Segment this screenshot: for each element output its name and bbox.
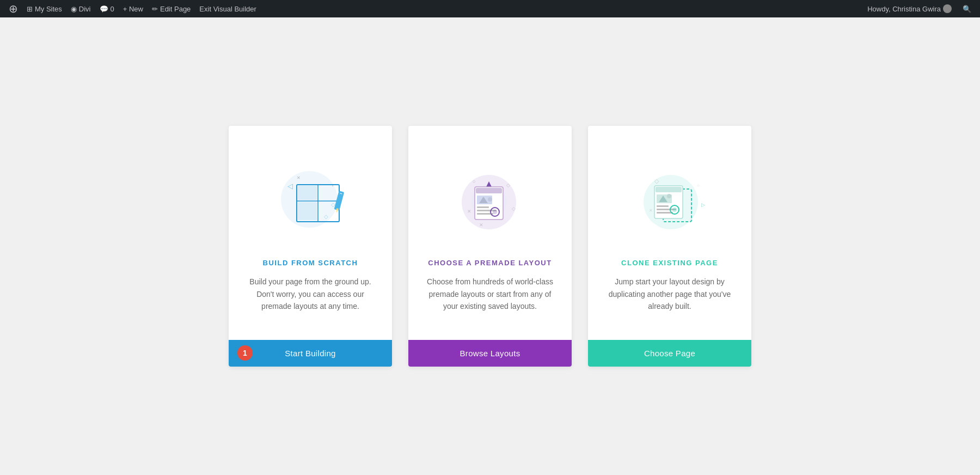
admin-bar: ⊕ ⊞ My Sites ◉ Divi 💬 0 + New ✏ Edit Pag… <box>0 0 980 17</box>
svg-text:◇: ◇ <box>324 214 328 220</box>
edit-icon: ✏ <box>152 5 158 13</box>
scratch-illustration: ◁ ◇ ✕ • ◇ <box>261 148 359 246</box>
edit-page-item[interactable]: ✏ Edit Page <box>148 0 195 17</box>
svg-text:▷: ▷ <box>701 202 705 208</box>
browse-layouts-button[interactable]: Browse Layouts <box>408 340 572 367</box>
svg-text:✕: ✕ <box>649 208 653 213</box>
clone-desc: Jump start your layout design by duplica… <box>604 276 735 312</box>
card-scratch-body: ◁ ◇ ✕ • ◇ <box>229 126 392 339</box>
svg-point-29 <box>493 210 497 214</box>
clone-title: CLONE EXISTING PAGE <box>621 259 718 267</box>
scratch-desc: Build your page from the ground up. Don'… <box>245 276 376 312</box>
svg-rect-10 <box>298 186 317 200</box>
svg-point-24 <box>488 197 492 202</box>
svg-text:✕: ✕ <box>297 175 301 180</box>
start-building-label: Start Building <box>285 349 335 358</box>
comments-item[interactable]: 💬 0 <box>95 0 119 17</box>
svg-rect-9 <box>298 202 317 220</box>
exit-builder-item[interactable]: Exit Visual Builder <box>195 0 261 17</box>
exit-builder-label: Exit Visual Builder <box>199 5 256 13</box>
divi-icon: ◉ <box>71 5 77 13</box>
svg-rect-43 <box>657 205 669 207</box>
divi-item[interactable]: ◉ Divi <box>66 0 95 17</box>
edit-page-label: Edit Page <box>160 5 191 13</box>
cards-container: ◁ ◇ ✕ • ◇ <box>218 126 762 366</box>
greeting-text: Howdy, Christina Gwira <box>867 5 941 13</box>
my-sites-icon: ⊞ <box>27 5 33 13</box>
choose-page-button[interactable]: Choose Page <box>588 340 751 367</box>
svg-point-47 <box>672 208 677 212</box>
svg-text:○: ○ <box>473 179 475 184</box>
my-sites-item[interactable]: ⊞ My Sites <box>22 0 66 17</box>
card-premade: ○ ◇ ✕ <box>408 126 572 366</box>
card-scratch: ◁ ◇ ✕ • ◇ <box>229 126 392 366</box>
svg-text:◇: ◇ <box>506 182 510 188</box>
new-item[interactable]: + New <box>119 0 148 17</box>
premade-illustration: ○ ◇ ✕ <box>441 148 539 246</box>
howdy-item[interactable]: Howdy, Christina Gwira <box>863 0 956 17</box>
svg-text:○: ○ <box>697 183 700 188</box>
svg-text:◁: ◁ <box>287 182 293 190</box>
scratch-title: BUILD FROM SCRATCH <box>263 259 358 267</box>
wp-logo-item[interactable]: ⊕ <box>4 0 22 17</box>
comments-icon: 💬 <box>100 5 108 13</box>
svg-rect-21 <box>476 188 502 193</box>
search-item[interactable]: 🔍 <box>958 0 976 17</box>
badge-number: 1 <box>237 345 253 361</box>
my-sites-label: My Sites <box>35 5 62 13</box>
wp-logo-icon: ⊕ <box>9 2 18 15</box>
search-icon: 🔍 <box>963 5 971 13</box>
page-content: ◁ ◇ ✕ • ◇ <box>0 17 980 475</box>
start-building-button[interactable]: 1 Start Building <box>229 340 392 367</box>
card-clone: ◇ ○ ▷ ✕ <box>588 126 751 366</box>
clone-illustration: ◇ ○ ▷ ✕ <box>621 148 719 246</box>
admin-bar-right: Howdy, Christina Gwira 🔍 <box>863 0 976 17</box>
svg-rect-25 <box>477 206 489 208</box>
choose-page-label: Choose Page <box>644 349 695 358</box>
new-label: + New <box>123 5 143 13</box>
premade-desc: Choose from hundreds of world-class prem… <box>425 276 555 312</box>
card-clone-body: ◇ ○ ▷ ✕ <box>588 126 751 339</box>
svg-text:✕: ✕ <box>467 209 471 214</box>
card-premade-body: ○ ◇ ✕ <box>408 126 572 339</box>
premade-title: CHOOSE A PREMADE LAYOUT <box>428 259 552 267</box>
svg-text:◇: ◇ <box>654 178 659 184</box>
svg-rect-39 <box>656 187 682 192</box>
svg-text:◇: ◇ <box>512 206 516 211</box>
svg-point-42 <box>667 194 671 198</box>
avatar <box>943 4 952 13</box>
comments-count: 0 <box>111 5 114 13</box>
svg-text:✕: ✕ <box>479 222 483 228</box>
divi-label: Divi <box>79 5 91 13</box>
browse-layouts-label: Browse Layouts <box>460 349 520 358</box>
